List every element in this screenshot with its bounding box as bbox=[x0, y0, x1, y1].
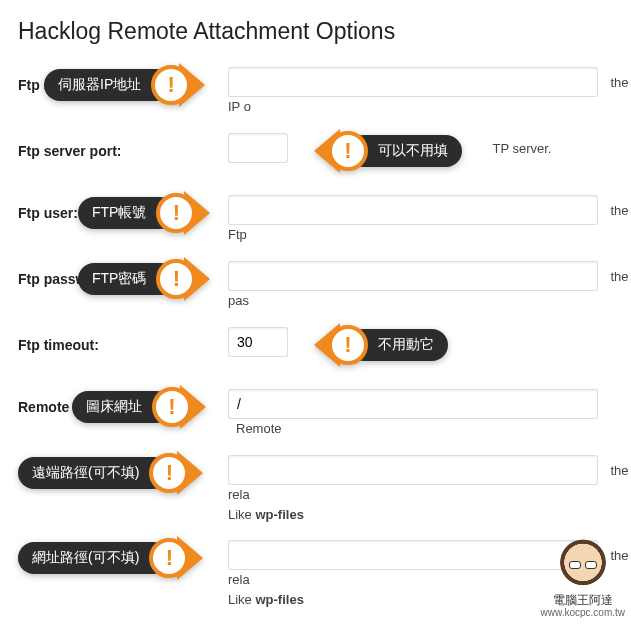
input-user[interactable] bbox=[228, 195, 598, 225]
row-user: Ftp user: the Ftp FTP帳號 ! bbox=[18, 195, 631, 243]
watermark-logo: 電腦王阿達 www.kocpc.com.tw bbox=[541, 539, 625, 619]
label-user: Ftp user: bbox=[18, 195, 228, 221]
row-server-address: Ftp server address: the IP o 伺服器IP地址 ! bbox=[18, 67, 631, 115]
input-ftp-remote-path[interactable] bbox=[228, 455, 598, 485]
row-ftp-remote-path: FTP remote path: the rela Like wp-files … bbox=[18, 455, 631, 522]
label-password: Ftp password: bbox=[18, 261, 228, 287]
avatar-icon bbox=[557, 539, 609, 591]
row-remote-baseurl: Remote base URL: Remote 圖床網址 ! bbox=[18, 389, 631, 437]
label-server-address: Ftp server address: bbox=[18, 67, 228, 93]
label-server-port: Ftp server port: bbox=[18, 133, 228, 159]
desc-server-port: TP server. bbox=[492, 141, 551, 156]
label-remote-baseurl: Remote base URL: bbox=[18, 389, 228, 415]
row-http-remote-path: HTTP remote path: the rela Like wp-files… bbox=[18, 540, 631, 607]
input-server-port[interactable] bbox=[228, 133, 288, 163]
label-http-remote-path: HTTP remote path: bbox=[18, 540, 228, 566]
row-server-port: Ftp server port: TP server. 可以不用填 ! bbox=[18, 133, 631, 177]
input-server-address[interactable] bbox=[228, 67, 598, 97]
label-timeout: Ftp timeout: bbox=[18, 327, 228, 353]
row-password: Ftp password: the pas FTP密碼 ! bbox=[18, 261, 631, 309]
page-title: Hacklog Remote Attachment Options bbox=[18, 18, 631, 45]
input-timeout[interactable] bbox=[228, 327, 288, 357]
label-ftp-remote-path: FTP remote path: bbox=[18, 455, 228, 481]
input-remote-baseurl[interactable] bbox=[228, 389, 598, 419]
sub-ftp-remote-path: Like wp-files bbox=[228, 507, 631, 522]
input-password[interactable] bbox=[228, 261, 598, 291]
row-timeout: Ftp timeout: 不用動它 ! bbox=[18, 327, 631, 371]
desc-remote-baseurl: Remote bbox=[236, 421, 282, 436]
